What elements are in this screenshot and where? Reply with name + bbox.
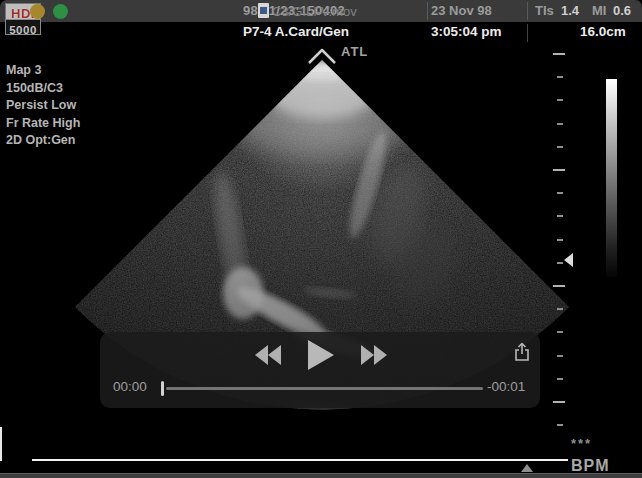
elapsed-time: 00:00 (113, 379, 147, 394)
ruler-tick (557, 262, 563, 264)
mi-label: MI (592, 3, 606, 18)
probe-preset: P7-4 A.Card/Gen (243, 24, 349, 39)
depth-ruler (553, 53, 566, 433)
param-map: Map 3 (6, 62, 80, 80)
ecg-trace (32, 459, 568, 461)
ruler-tick (557, 123, 563, 125)
param-2d-opt: 2D Opt:Gen (6, 132, 80, 150)
tis-value: 1.4 (561, 3, 579, 18)
play-button[interactable] (308, 340, 334, 370)
hdi-5000-label: 5000 (5, 19, 41, 35)
exam-date: 23 Nov 98 (431, 3, 492, 18)
param-dynamic-range: 150dB/C3 (6, 80, 80, 98)
grayscale-bar (606, 79, 617, 277)
rewind-icon (255, 345, 268, 365)
tis-label: TIs (535, 3, 554, 18)
window-bottom-edge (0, 473, 642, 478)
title-bar[interactable]: 98/11/23:150402 C3/GILI-V.mov 23 Nov 98 … (0, 0, 642, 22)
rewind-icon (268, 345, 281, 365)
focus-marker-icon (564, 253, 573, 267)
share-button[interactable] (512, 342, 532, 362)
param-frame-rate: Fr Rate High (6, 115, 80, 133)
atl-watermark: ATL (341, 44, 368, 59)
ruler-tick (557, 355, 563, 357)
quicktime-player-window: 98/11/23:150402 C3/GILI-V.mov 23 Nov 98 … (0, 0, 642, 478)
param-persist: Persist Low (6, 97, 80, 115)
fast-forward-icon (361, 345, 374, 365)
status-divider (527, 24, 528, 42)
ruler-tick (557, 424, 563, 426)
ruler-tick (553, 285, 565, 287)
fast-forward-button[interactable] (361, 345, 387, 365)
exam-time: 3:05:04 pm (431, 24, 502, 39)
ruler-tick (553, 401, 565, 403)
ruler-tick (557, 146, 563, 148)
share-icon (512, 342, 532, 362)
ruler-tick (557, 378, 563, 380)
remaining-time: -00:01 (487, 379, 525, 394)
titlebar-divider (427, 2, 428, 20)
minimize-button[interactable] (30, 4, 45, 19)
mi-value: 0.6 (613, 3, 631, 18)
ruler-tick (553, 53, 565, 55)
timeline-scrubber[interactable] (166, 387, 483, 390)
ruler-tick (557, 192, 563, 194)
titlebar-divider (527, 2, 528, 20)
ruler-tick (557, 215, 563, 217)
status-row: P7-4 A.Card/Gen 3:05:04 pm 16.0cm (0, 22, 642, 44)
window-title: C3/GILI-V.mov (272, 4, 357, 19)
movie-file-icon (258, 3, 269, 18)
ecg-sweep-marker-icon (521, 464, 533, 472)
ruler-tick (557, 76, 563, 78)
ruler-tick (557, 308, 563, 310)
ruler-tick (553, 169, 565, 171)
ruler-tick (557, 331, 563, 333)
zoom-button[interactable] (53, 4, 68, 19)
depth-value: 16.0cm (580, 24, 626, 39)
ruler-tick (557, 99, 563, 101)
rewind-button[interactable] (255, 345, 281, 365)
playhead-handle[interactable] (161, 381, 164, 396)
fast-forward-icon (374, 345, 387, 365)
ruler-tick (557, 239, 563, 241)
imaging-parameters: Map 3 150dB/C3 Persist Low Fr Rate High … (6, 62, 80, 150)
ecg-left-edge (0, 427, 2, 461)
heart-rate-value: *** (571, 436, 592, 451)
